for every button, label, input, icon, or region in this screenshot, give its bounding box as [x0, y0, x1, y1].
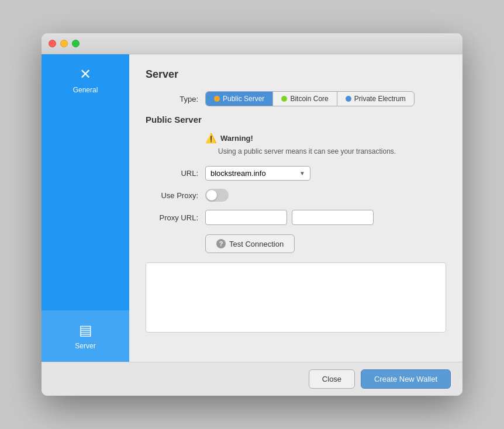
use-proxy-toggle[interactable] [205, 189, 229, 202]
close-window-button[interactable] [49, 40, 56, 47]
bitcoin-core-dot [281, 96, 287, 102]
url-row: URL: blockstream.info ▼ [146, 166, 446, 181]
type-row: Type: Public Server Bitcoin Core Private… [146, 91, 446, 106]
proxy-port-input[interactable] [292, 210, 374, 225]
use-proxy-row: Use Proxy: [146, 189, 446, 202]
test-connection-button[interactable]: ? Test Connection [205, 234, 295, 253]
test-connection-label: Test Connection [229, 240, 284, 248]
close-button[interactable]: Close [309, 369, 355, 389]
toggle-knob [206, 190, 217, 200]
sidebar-item-general[interactable]: ✕ General [42, 54, 129, 106]
public-server-dot [214, 96, 220, 102]
maximize-window-button[interactable] [72, 40, 80, 47]
type-btn-private-electrum[interactable]: Private Electrum [337, 92, 414, 106]
use-proxy-label: Use Proxy: [146, 191, 198, 200]
proxy-inputs-group [205, 210, 374, 225]
type-btn-public-server[interactable]: Public Server [206, 92, 273, 106]
main-window: ✕ General ▤ Server Server Type: Public S… [42, 33, 462, 396]
traffic-lights [49, 40, 80, 47]
section-title: Server [146, 68, 446, 81]
sidebar: ✕ General ▤ Server [42, 54, 129, 362]
main-content: Server Type: Public Server Bitcoin Core [129, 54, 462, 362]
proxy-host-input[interactable] [205, 210, 287, 225]
sidebar-server-label: Server [75, 342, 95, 350]
subsection-title: Public Server [146, 115, 446, 124]
warning-box: ⚠️ Warning! Using a public server means … [205, 133, 446, 155]
warning-title-text: Warning! [220, 134, 253, 143]
url-dropdown[interactable]: blockstream.info ▼ [205, 166, 310, 181]
wrench-icon: ✕ [80, 66, 91, 82]
create-new-wallet-button[interactable]: Create New Wallet [361, 369, 451, 389]
private-electrum-label: Private Electrum [354, 95, 406, 103]
type-button-group: Public Server Bitcoin Core Private Elect… [205, 91, 415, 106]
sidebar-item-server[interactable]: ▤ Server [42, 310, 129, 362]
footer: Close Create New Wallet [42, 362, 462, 396]
url-value: blockstream.info [210, 169, 266, 178]
public-server-label: Public Server [223, 95, 264, 103]
warning-title-line: ⚠️ Warning! [205, 133, 446, 144]
sidebar-spacer [42, 106, 129, 310]
warning-triangle-icon: ⚠️ [205, 133, 217, 144]
bitcoin-core-label: Bitcoin Core [290, 95, 328, 103]
type-btn-bitcoin-core[interactable]: Bitcoin Core [273, 92, 337, 106]
title-bar [42, 33, 462, 54]
proxy-url-row: Proxy URL: [146, 210, 446, 225]
warning-description: Using a public server means it can see y… [218, 147, 446, 155]
server-icon: ▤ [79, 322, 92, 338]
output-box [146, 262, 446, 333]
url-label: URL: [146, 169, 198, 178]
proxy-url-label: Proxy URL: [146, 213, 198, 222]
question-icon: ? [216, 239, 226, 248]
private-electrum-dot [346, 96, 351, 102]
chevron-down-icon: ▼ [299, 170, 305, 177]
type-label: Type: [146, 95, 198, 103]
minimize-window-button[interactable] [60, 40, 68, 47]
window-body: ✕ General ▤ Server Server Type: Public S… [42, 54, 462, 362]
sidebar-general-label: General [73, 86, 98, 94]
